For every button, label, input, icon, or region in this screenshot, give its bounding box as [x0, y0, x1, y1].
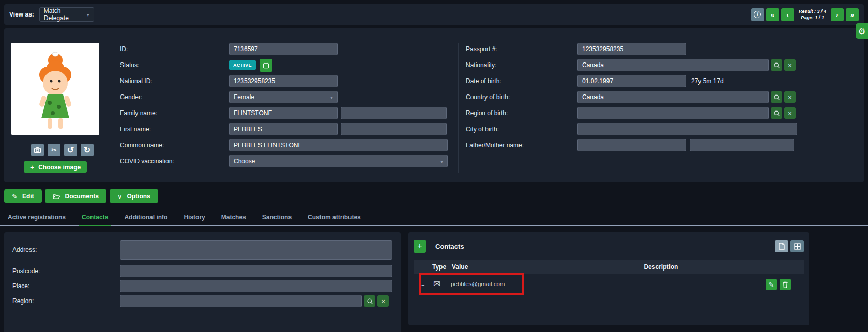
status-badge: ACTIVE [229, 60, 256, 70]
drag-handle-icon[interactable]: ≡ [421, 281, 424, 287]
photo-toolbar: ✂ ↺ ↻ [31, 144, 94, 156]
region-of-birth-field[interactable] [577, 107, 769, 119]
prev-icon: ‹ [786, 11, 788, 19]
country-of-birth-search-button[interactable] [771, 91, 782, 103]
national-id-label: National ID: [120, 77, 229, 85]
next-icon: › [836, 11, 838, 19]
postcode-field[interactable] [120, 265, 392, 277]
id-field[interactable] [229, 43, 338, 55]
family-name-field[interactable] [229, 107, 338, 119]
add-contact-button[interactable]: + [414, 240, 426, 253]
contacts-toolbar [775, 240, 804, 252]
delete-contact-button[interactable] [780, 279, 791, 290]
region-of-birth-search-button[interactable] [771, 107, 782, 119]
crop-photo-button[interactable]: ✂ [48, 144, 60, 156]
country-of-birth-field[interactable] [577, 91, 769, 103]
address-label: Address: [12, 240, 120, 254]
first-name-alt-field[interactable] [341, 123, 447, 135]
father-mother-field[interactable] [577, 139, 686, 151]
nationality-label: Nationality: [466, 61, 577, 69]
country-of-birth-clear-button[interactable]: × [784, 91, 796, 103]
tab-matches[interactable]: Matches [219, 212, 249, 226]
folder-icon [53, 193, 60, 200]
edit-button[interactable]: ✎ Edit [4, 189, 42, 203]
table-icon [794, 243, 801, 250]
covid-vaccination-label: COVID vaccination: [120, 157, 229, 165]
tab-additional-info[interactable]: Additional info [121, 212, 170, 226]
previous-result-button[interactable]: ‹ [781, 8, 794, 21]
national-id-field[interactable] [229, 75, 338, 87]
close-icon: × [788, 61, 792, 69]
choose-image-label: Choose image [38, 164, 81, 171]
first-name-field[interactable] [229, 123, 338, 135]
rotate-right-button[interactable]: ↻ [81, 144, 94, 156]
view-as-dropdown[interactable]: Match Delegate ▾ [39, 7, 94, 22]
documents-button[interactable]: Documents [45, 189, 106, 203]
info-icon: i [754, 11, 761, 18]
date-of-birth-label: Date of birth: [466, 77, 577, 85]
page-count: Page: 1 / 1 [799, 14, 826, 21]
nationality-clear-button[interactable]: × [784, 59, 796, 71]
close-icon: × [381, 297, 385, 305]
region-search-button[interactable] [364, 295, 375, 307]
form-column-right: Passport #: Nationality: × Date of birth… [459, 43, 857, 151]
passport-field[interactable] [577, 43, 686, 55]
address-field[interactable] [120, 240, 392, 260]
tab-active-registrations[interactable]: Active registrations [5, 212, 68, 226]
gender-dropdown[interactable]: Female ▾ [229, 91, 338, 103]
plus-icon: + [30, 163, 34, 171]
cartoon-portrait [11, 43, 99, 135]
tab-bar: Active registrations Contacts Additional… [0, 212, 868, 226]
camera-icon [34, 146, 41, 154]
father-mother-alt-field[interactable] [690, 139, 794, 151]
family-name-alt-field[interactable] [341, 107, 447, 119]
search-icon [367, 298, 373, 305]
status-history-button[interactable] [260, 59, 272, 72]
photo-column: ✂ ↺ ↻ + Choose image [11, 43, 120, 173]
nationality-search-button[interactable] [771, 59, 782, 71]
covid-vaccination-dropdown[interactable]: Choose ▾ [229, 155, 448, 167]
gender-value: Female [234, 93, 254, 101]
last-icon: » [850, 11, 854, 19]
place-field[interactable] [120, 280, 392, 292]
family-name-label: Family name: [120, 109, 229, 117]
tab-sanctions[interactable]: Sanctions [260, 212, 294, 226]
chevron-down-icon: ∨ [117, 193, 123, 200]
city-of-birth-label: City of birth: [466, 125, 577, 133]
view-as-label: View as: [9, 11, 34, 18]
region-clear-button[interactable]: × [377, 295, 389, 307]
last-result-button[interactable]: » [846, 8, 859, 21]
region-of-birth-label: Region of birth: [466, 109, 577, 117]
tab-contacts[interactable]: Contacts [79, 212, 111, 226]
common-name-field[interactable] [229, 139, 448, 151]
info-button[interactable]: i [751, 8, 764, 21]
edit-contact-button[interactable]: ✎ [766, 279, 777, 290]
contacts-panel: + Contacts [408, 232, 809, 325]
pencil-icon: ✎ [769, 281, 774, 289]
search-icon [773, 110, 780, 117]
close-icon: × [788, 93, 792, 101]
take-photo-button[interactable] [31, 144, 44, 156]
status-label: Status: [120, 61, 229, 69]
table-view-button[interactable] [790, 240, 804, 252]
contacts-table-header: Type Value Description [414, 260, 804, 274]
edit-label: Edit [22, 193, 34, 200]
first-result-button[interactable]: « [766, 8, 779, 21]
export-contacts-button[interactable] [775, 240, 788, 252]
date-of-birth-field[interactable] [577, 75, 686, 87]
city-of-birth-field[interactable] [577, 123, 797, 135]
nationality-field[interactable] [577, 59, 769, 71]
choose-image-button[interactable]: + Choose image [24, 161, 87, 173]
region-field[interactable] [120, 295, 362, 307]
options-button[interactable]: ∨ Options [110, 189, 158, 203]
tab-custom-attributes[interactable]: Custom attributes [305, 212, 363, 226]
scissors-icon: ✂ [51, 146, 57, 154]
rotate-left-button[interactable]: ↺ [64, 144, 77, 156]
contacts-title: Contacts [435, 243, 464, 250]
contact-email-link[interactable]: pebbles@gmail.com [451, 281, 505, 287]
next-result-button[interactable]: › [831, 8, 844, 21]
settings-side-tab[interactable]: ⚙ [856, 23, 868, 39]
person-details-panel: ✂ ↺ ↻ + Choose image ID: Status: ACTIVE [4, 28, 864, 182]
tab-history[interactable]: History [181, 212, 207, 226]
region-of-birth-clear-button[interactable]: × [784, 107, 796, 119]
